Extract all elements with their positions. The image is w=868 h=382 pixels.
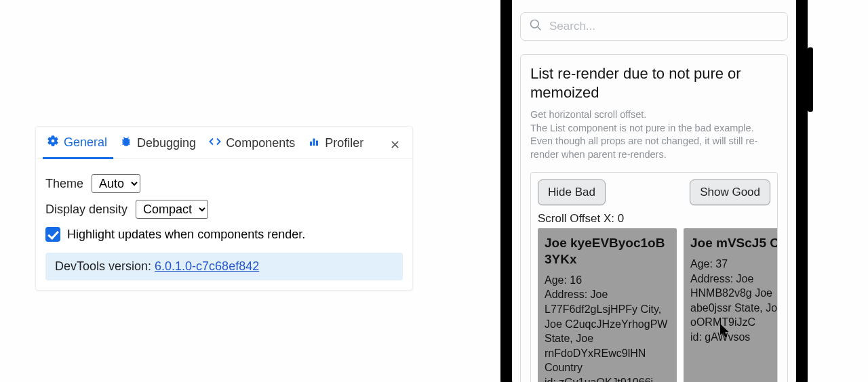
bug-icon bbox=[120, 135, 132, 151]
tab-profiler[interactable]: Profiler bbox=[304, 131, 370, 158]
tab-debugging[interactable]: Debugging bbox=[116, 131, 202, 158]
cards-row[interactable]: Joe kyeEVByoc1oB3YKx Age: 16 Address: Jo… bbox=[531, 228, 777, 382]
search-input[interactable] bbox=[549, 20, 779, 33]
density-select[interactable]: Compact bbox=[136, 200, 208, 219]
tab-label: Components bbox=[226, 136, 295, 150]
version-link[interactable]: 6.0.1.0-c7c68ef842 bbox=[155, 259, 259, 273]
code-icon bbox=[209, 135, 221, 151]
highlight-updates-checkbox[interactable] bbox=[45, 227, 60, 242]
tab-components[interactable]: Components bbox=[205, 131, 301, 158]
devtools-panel: General Debugging Components Profiler ✕ … bbox=[35, 126, 413, 291]
scroll-offset-label: Scroll Offset X: 0 bbox=[531, 212, 777, 228]
card-age: Age: 16 bbox=[545, 273, 670, 288]
theme-label: Theme bbox=[45, 177, 83, 191]
show-good-button[interactable]: Show Good bbox=[690, 179, 770, 205]
highlight-updates-label: Highlight updates when components render… bbox=[67, 228, 305, 242]
devtools-body: Theme Auto Display density Compact Highl… bbox=[36, 159, 412, 290]
svg-point-3 bbox=[531, 20, 539, 28]
search-icon bbox=[529, 18, 542, 35]
svg-rect-1 bbox=[313, 139, 315, 146]
card-address: Address: Joe HNMB82v8g Joe abe0jssr Stat… bbox=[690, 272, 777, 330]
svg-rect-0 bbox=[310, 142, 312, 146]
devtools-tabs: General Debugging Components Profiler ✕ bbox=[36, 127, 412, 159]
phone-frame: List re-render due to not pure or memoiz… bbox=[500, 0, 808, 382]
list-item[interactable]: Joe mVScJ5 C Age: 37 Address: Joe HNMB82… bbox=[684, 228, 777, 382]
theme-select[interactable]: Auto bbox=[92, 174, 140, 193]
phone-side-button bbox=[808, 47, 813, 112]
tab-general[interactable]: General bbox=[43, 131, 113, 159]
version-label: DevTools version: bbox=[55, 259, 155, 273]
version-bar: DevTools version: 6.0.1.0-c7c68ef842 bbox=[45, 253, 403, 280]
card-id: id: zGv1uaOKJt91066j bbox=[545, 375, 670, 382]
list-item[interactable]: Joe kyeEVByoc1oB3YKx Age: 16 Address: Jo… bbox=[538, 228, 677, 382]
hide-bad-button[interactable]: Hide Bad bbox=[538, 179, 606, 205]
card-name: Joe mVScJ5 C bbox=[690, 235, 777, 251]
tab-label: Profiler bbox=[325, 136, 363, 150]
phone-screen: List re-render due to not pure or memoiz… bbox=[512, 0, 796, 382]
tab-label: General bbox=[64, 135, 107, 150]
close-icon[interactable]: ✕ bbox=[384, 135, 406, 155]
tab-label: Debugging bbox=[137, 136, 196, 150]
card-id: id: gAWvsos bbox=[690, 330, 777, 345]
density-label: Display density bbox=[45, 203, 127, 217]
example-card: List re-render due to not pure or memoiz… bbox=[520, 54, 788, 382]
search-field[interactable] bbox=[520, 12, 788, 41]
example-description: Get horizontal scroll offset. The List c… bbox=[530, 108, 778, 161]
svg-line-4 bbox=[538, 27, 541, 30]
gear-icon bbox=[47, 135, 59, 150]
example-title: List re-render due to not pure or memoiz… bbox=[530, 64, 778, 102]
bar-chart-icon bbox=[308, 135, 320, 151]
svg-rect-2 bbox=[316, 141, 318, 146]
card-age: Age: 37 bbox=[690, 257, 777, 272]
card-name: Joe kyeEVByoc1oB3YKx bbox=[545, 235, 670, 268]
demo-box: Hide Bad Show Good Scroll Offset X: 0 Jo… bbox=[530, 172, 778, 382]
card-address: Address: Joe L77F6df2gLsjHPFy City, Joe … bbox=[545, 287, 670, 375]
